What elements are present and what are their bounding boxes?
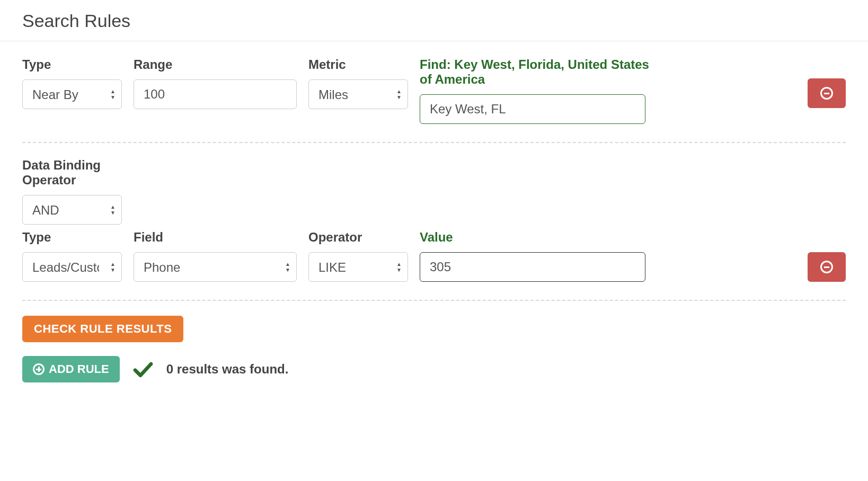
value-input[interactable] [420,252,645,282]
operator-select[interactable]: LIKE [308,252,408,282]
minus-circle-icon [820,87,833,100]
results-text: 0 results was found. [166,362,289,377]
metric-label: Metric [308,57,408,72]
add-rule-button[interactable]: ADD RULE [22,356,120,382]
type-label: Type [22,57,122,72]
divider [0,41,868,41]
field-select[interactable]: Phone [134,252,297,282]
metric-select[interactable]: Miles [308,79,408,109]
range-input[interactable] [134,79,297,109]
binding-operator-label: Data Binding Operator [22,158,122,188]
check-icon [132,359,154,380]
value-label: Value [420,230,796,245]
rule-row-1: Type Near By Range Metric Miles Find: Ke [22,57,846,124]
type-select[interactable]: Near By [22,79,122,109]
location-input[interactable] [420,94,645,124]
field-label: Field [134,230,297,245]
range-label: Range [134,57,297,72]
type2-label: Type [22,230,122,245]
remove-rule-1-button[interactable] [808,78,846,108]
operator-label: Operator [308,230,408,245]
dashed-divider [22,142,846,143]
add-rule-label: ADD RULE [49,362,109,376]
type2-select[interactable]: Leads/Custom [22,252,122,282]
find-label: Find: Key West, Florida, United States o… [420,57,663,87]
dashed-divider [22,300,846,301]
check-rule-results-button[interactable]: CHECK RULE RESULTS [22,316,183,342]
remove-rule-2-button[interactable] [808,252,846,282]
page-title: Search Rules [22,11,846,31]
minus-circle-icon [820,261,833,273]
plus-circle-icon [33,363,45,375]
rule-row-2: Type Leads/Custom Field Phone Operator [22,230,846,282]
binding-operator-select[interactable]: AND [22,195,122,225]
